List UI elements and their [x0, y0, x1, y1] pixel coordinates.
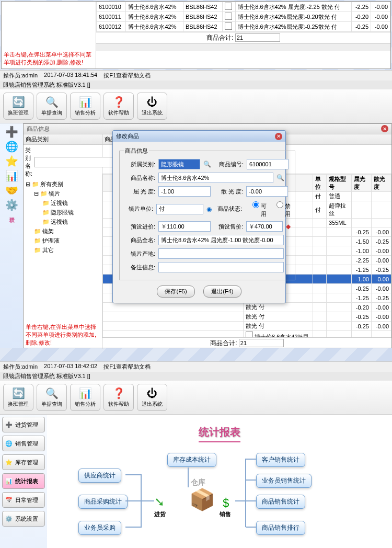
cat-name-label: 类别名称:	[25, 146, 32, 178]
category-header: 商品类别	[24, 134, 102, 145]
hint-text-2: 单击右键,在弹出菜单中选择不同菜单项进行类别的添加,删除,修改!	[24, 321, 102, 349]
globe-icon: 🌐	[5, 439, 13, 448]
sidebar-item-inventory[interactable]: ⭐库存管理	[2, 454, 45, 470]
table-row[interactable]: 6100012博士伦8.6含水42%BSL86HS42博士伦8.6含水42%屈光…	[97, 22, 390, 32]
node-salesperson[interactable]: 业务员采购	[78, 521, 121, 535]
node-cost-stock[interactable]: 库存成本统计	[167, 453, 216, 467]
remark-field[interactable]	[158, 262, 284, 272]
main-toolbar: 🔄换班管理 🔍单据查询 📊销售分析 ❓软件帮助 ⏻退出系统	[0, 89, 392, 123]
node-purchase[interactable]: 商品采购统计	[78, 495, 128, 509]
sidebar-item-daily[interactable]: 📅日常管理	[2, 492, 45, 508]
chart-icon: 📊	[79, 387, 91, 399]
code-field[interactable]	[247, 159, 289, 169]
exit-dialog-button[interactable]: 退出(F4)	[203, 286, 241, 298]
table-row[interactable]: 散光 付-0.25-0.00	[103, 312, 391, 322]
state-off-radio[interactable]	[276, 201, 283, 208]
search-icon: 🔍	[45, 96, 58, 108]
mini-star-icon[interactable]: ⭐	[5, 155, 18, 167]
unit-field[interactable]	[156, 204, 203, 214]
sidebar-item-report[interactable]: 📊统计报表	[2, 473, 45, 489]
shift-button-2[interactable]: 🔄换班管理	[3, 384, 33, 411]
exit-icon: ⏻	[146, 387, 158, 399]
nav-sidebar: ➕进货管理 🌐销售管理 ⭐库存管理 📊统计报表 📅日常管理 ⚙️系统设置	[0, 415, 47, 548]
cyl-field[interactable]	[246, 186, 288, 197]
calendar-icon: 📅	[5, 496, 13, 504]
node-rep-sales[interactable]: 业务员销售统计	[256, 474, 312, 488]
node-cust-sales[interactable]: 客户销售统计	[256, 453, 305, 467]
origin-field[interactable]	[158, 248, 284, 259]
dialog-close-icon[interactable]: ✕	[275, 133, 282, 140]
hscroll[interactable]	[96, 43, 390, 51]
mini-chart-icon[interactable]: 🌐	[5, 140, 18, 153]
node-supplier[interactable]: 供应商统计	[78, 469, 121, 483]
warehouse-label: 仓库	[191, 478, 205, 487]
close-icon[interactable]: ✕	[381, 125, 388, 132]
total-field	[235, 33, 280, 42]
money-icon: ＄	[220, 495, 232, 511]
name-field[interactable]	[158, 173, 273, 183]
mini-bars-icon[interactable]: 📊	[5, 169, 18, 182]
analysis-button[interactable]: 📊销售分析	[70, 93, 100, 120]
table-row[interactable]: 6100011博士伦8.6含水42%BSL86HS42博士伦8.6含水42%屈光…	[97, 12, 390, 22]
category-field[interactable]	[158, 159, 200, 169]
exit-icon: ⏻	[146, 96, 158, 108]
table-row[interactable]: 散光 付-0.25-0.00	[103, 322, 391, 331]
table-row[interactable]: 散光 付-0.20-0.00	[103, 303, 391, 312]
report-canvas: 统计报表 供应商统计 商品采购统计 业务员采购 库存成本统计 仓库 📦 ➘ 进货…	[47, 415, 392, 548]
document-tab-2: 眼镜店销售管理系统 标准版V3.1 []	[0, 372, 392, 381]
cost-field[interactable]	[158, 221, 211, 232]
third-window: 🔄换班管理 🔍单据查询 📊销售分析 ❓软件帮助 ⏻退出系统 ➕进货管理 🌐销售管…	[0, 381, 392, 548]
status-bar-1: 操作员:admin 2017-07-03 18:41:54 按F1查看帮助文档	[0, 70, 392, 81]
analysis-button-2[interactable]: 📊销售分析	[70, 384, 100, 411]
save-button[interactable]: 保存(F5)	[157, 286, 194, 298]
unit-lookup-icon[interactable]: ◉	[206, 206, 212, 213]
second-window-container: 🔄换班管理 🔍单据查询 📊销售分析 ❓软件帮助 ⏻退出系统 ➕ 🌐 ⭐ 📊 🤝 …	[0, 89, 392, 361]
category-tree[interactable]: ⊟ 📁 所有类别 ⊟ 📁 镜片 📁 近视镜 📁 隐形眼镜 📁 远视镜 📁 镜架 …	[24, 179, 102, 255]
mini-add-icon[interactable]: ➕	[5, 125, 18, 138]
status-bar-2: 操作员:admin 2017-07-03 18:42:02 按F1查看帮助文档	[0, 361, 392, 372]
state-on-radio[interactable]	[252, 201, 259, 208]
in-arrow-icon: ➘	[154, 495, 165, 509]
out-label: 销售	[220, 510, 231, 518]
shift-button[interactable]: 🔄换班管理	[3, 93, 33, 120]
search-icon: 🔍	[45, 387, 58, 399]
category-pane: 商品类别 类别名称: ⊟ 📁 所有类别 ⊟ 📁 镜片 📁 近视镜 📁 隐形眼镜	[24, 134, 102, 349]
upper-list: 6100010博士伦8.6含水42%BSL86HS42博士伦8.6含水42% 屈…	[96, 2, 390, 68]
plus-icon: ➕	[5, 420, 13, 429]
exit-button[interactable]: ⏻退出系统	[137, 93, 167, 120]
sidebar-item-sales[interactable]: 🌐销售管理	[2, 436, 45, 451]
help-icon: ❓	[112, 387, 125, 399]
gear-icon: ⚙️	[5, 515, 13, 523]
mini-hand-icon[interactable]: 🤝	[5, 184, 18, 197]
query-button[interactable]: 🔍单据查询	[37, 93, 67, 120]
mini-gear-icon[interactable]: ⚙️	[5, 199, 18, 211]
star-icon: ⭐	[5, 458, 13, 466]
lookup-name-icon[interactable]: 🔍	[276, 174, 284, 181]
in-label: 进货	[154, 510, 166, 518]
help-button[interactable]: ❓软件帮助	[103, 93, 134, 120]
node-rank[interactable]: 商品销售排行	[256, 521, 305, 535]
lookup-icon[interactable]: 🔍	[203, 161, 211, 168]
shift-icon: 🔄	[12, 96, 25, 108]
exit-button-2[interactable]: ⏻退出系统	[137, 384, 167, 411]
query-button-2[interactable]: 🔍单据查询	[37, 384, 67, 411]
help-button-2[interactable]: ❓软件帮助	[103, 384, 134, 411]
hint-text: 单击右键,在弹出菜单中选择不同菜单项进行类别的添加,删除,修改!	[2, 49, 96, 68]
sidebar-item-system[interactable]: ⚙️系统设置	[2, 511, 45, 527]
sidebar-item-stock[interactable]: ➕进货管理	[2, 417, 45, 432]
fullname-field[interactable]	[158, 235, 284, 245]
node-prod-sales[interactable]: 商品销售统计	[256, 495, 305, 509]
table-row[interactable]: 6100010博士伦8.6含水42%BSL86HS42博士伦8.6含水42% 屈…	[97, 2, 390, 12]
table-row[interactable]: 6100012 博士伦8.6含水42% BSL86HS42 博士伦8.6含水42…	[103, 331, 391, 338]
main-toolbar-2: 🔄换班管理 🔍单据查询 📊销售分析 ❓软件帮助 ⏻退出系统	[0, 381, 392, 415]
price-action-icon[interactable]: ◆	[286, 223, 291, 230]
bars-icon: 📊	[5, 477, 13, 485]
upper-table: 6100010博士伦8.6含水42%BSL86HS42博士伦8.6含水42% 屈…	[96, 2, 390, 32]
dialog-title: 修改商品	[116, 132, 139, 140]
upper-left-pane: 单击右键,在弹出菜单中选择不同菜单项进行类别的添加,删除,修改!	[2, 2, 96, 68]
mini-sidebar: ➕ 🌐 ⭐ 📊 🤝 ⚙️ 管理软	[0, 123, 23, 348]
sph-field[interactable]	[158, 186, 211, 197]
document-tab-1: 眼镜店销售管理系统 标准版V3.1 []	[0, 81, 392, 89]
price-field[interactable]	[246, 221, 283, 232]
group-legend: 商品信息	[124, 147, 149, 155]
